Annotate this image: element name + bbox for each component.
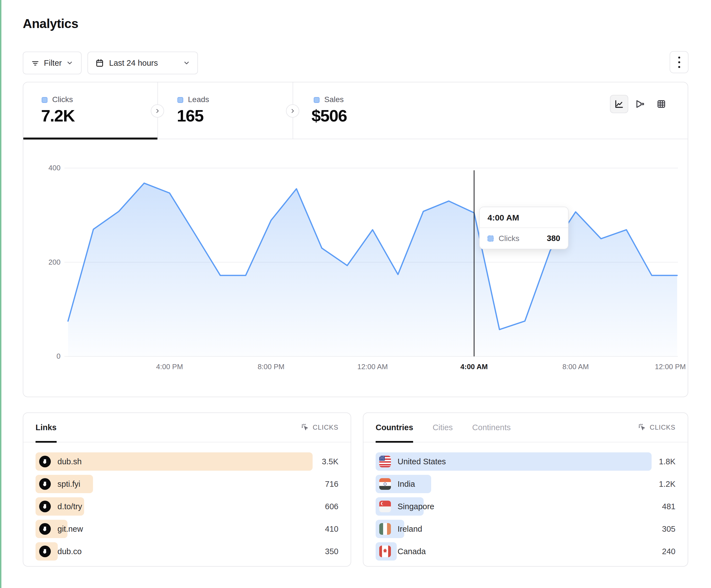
geo-metric-label: CLICKS: [650, 424, 675, 431]
cursor-click-icon: [301, 423, 309, 432]
tooltip-series-label: Clicks: [499, 234, 519, 243]
tab-clicks[interactable]: Clicks 7.2K: [23, 82, 157, 139]
country-row[interactable]: Canada240: [375, 542, 675, 561]
clicks-legend-swatch: [42, 97, 47, 103]
tab-countries[interactable]: Countries: [375, 413, 413, 442]
more-options-button[interactable]: [670, 51, 689, 73]
chart-view-toggles: [610, 95, 670, 113]
us-flag-icon: [379, 456, 391, 467]
leads-legend-swatch: [177, 97, 183, 103]
row-label: d.to/try: [58, 502, 82, 511]
analytics-page: Analytics Filter Last 24 hours Clicks 7.…: [0, 0, 711, 588]
in-flag-icon: [379, 478, 391, 490]
ca-flag-icon: [379, 546, 391, 557]
row-value: 240: [662, 542, 675, 561]
calendar-icon: [95, 59, 104, 67]
links-list: dub.sh3.5Kspti.fyi716d.to/try606git.new4…: [36, 452, 339, 565]
x-tick-label: 8:00 AM: [562, 362, 589, 371]
clicks-label: Clicks: [52, 95, 73, 104]
geo-panel: Countries Cities Continents CLICKS Unite…: [363, 412, 688, 567]
clicks-area-chart[interactable]: [64, 156, 678, 361]
countries-list: United States1.8KIndia1.2KSingapore481Ir…: [375, 452, 675, 565]
chevron-down-icon: [183, 59, 190, 67]
link-row[interactable]: git.new410: [36, 520, 339, 538]
row-value: 410: [325, 520, 339, 538]
row-value: 606: [325, 497, 339, 516]
link-row[interactable]: spti.fyi716: [36, 475, 339, 493]
x-tick-label: 4:00 PM: [156, 362, 183, 371]
sg-flag-icon: [379, 501, 391, 512]
next-metric-button[interactable]: [151, 104, 164, 118]
x-tick-label: 12:00 PM: [655, 362, 686, 371]
tab-leads[interactable]: Leads 165: [158, 82, 293, 139]
filter-icon: [31, 59, 39, 67]
x-tick-label: 12:00 AM: [357, 362, 388, 371]
row-value: 1.8K: [659, 452, 675, 471]
tooltip-time: 4:00 AM: [480, 207, 568, 228]
links-panel: Links CLICKS dub.sh3.5Kspti.fyi716d.to/t…: [23, 412, 351, 567]
link-row[interactable]: dub.co350: [36, 542, 339, 561]
date-range-button[interactable]: Last 24 hours: [87, 51, 198, 74]
tab-sales[interactable]: Sales $506: [293, 82, 437, 139]
sales-value: $506: [311, 106, 347, 126]
tooltip-legend-swatch: [488, 235, 494, 242]
row-value: 305: [662, 520, 675, 538]
kebab-icon: [678, 56, 680, 59]
sales-label: Sales: [324, 95, 344, 104]
chevron-down-icon: [66, 59, 73, 67]
x-tick-label: 4:00 AM: [460, 362, 488, 371]
row-value: 716: [325, 475, 339, 493]
y-tick-label: 200: [38, 258, 61, 267]
dub-logo-icon: [39, 478, 51, 490]
tab-links[interactable]: Links: [36, 413, 57, 442]
row-label: India: [397, 479, 415, 489]
x-tick-label: 8:00 PM: [258, 362, 284, 371]
funnel-view-button[interactable]: [631, 95, 649, 113]
geo-metric-toggle[interactable]: CLICKS: [638, 423, 675, 432]
y-tick-label: 400: [38, 164, 61, 172]
row-label: dub.co: [58, 547, 82, 556]
row-value: 350: [325, 542, 339, 561]
row-label: Singapore: [397, 502, 434, 511]
leads-label: Leads: [188, 95, 209, 104]
line-chart-icon: [614, 99, 624, 109]
country-row[interactable]: United States1.8K: [375, 452, 675, 471]
left-edge-accent: [0, 0, 1, 588]
clicks-value: 7.2K: [41, 106, 75, 126]
chart-tooltip: 4:00 AM Clicks 380: [479, 207, 568, 249]
leads-value: 165: [177, 106, 203, 126]
country-row[interactable]: Singapore481: [375, 497, 675, 516]
row-label: United States: [397, 457, 446, 466]
row-value: 3.5K: [322, 452, 339, 471]
tab-cities[interactable]: Cities: [433, 413, 453, 442]
y-tick-label: 0: [38, 352, 61, 361]
analytics-card: Clicks 7.2K Leads 165 Sales $506: [23, 82, 688, 397]
link-row[interactable]: d.to/try606: [36, 497, 339, 516]
links-metric-toggle[interactable]: CLICKS: [301, 423, 339, 432]
country-row[interactable]: Ireland305: [375, 520, 675, 538]
funnel-icon: [635, 99, 645, 109]
next-metric-button[interactable]: [286, 104, 299, 118]
row-value: 481: [662, 497, 675, 516]
table-grid-icon: [656, 99, 666, 109]
ie-flag-icon: [379, 523, 391, 535]
row-label: git.new: [58, 524, 83, 534]
dub-logo-icon: [39, 501, 51, 512]
link-row[interactable]: dub.sh3.5K: [36, 452, 339, 471]
active-tab-underline: [23, 138, 157, 139]
table-view-button[interactable]: [652, 95, 670, 113]
row-label: Ireland: [397, 524, 422, 534]
country-row[interactable]: India1.2K: [375, 475, 675, 493]
filter-button[interactable]: Filter: [23, 51, 82, 74]
tab-continents[interactable]: Continents: [472, 413, 511, 442]
row-label: Canada: [397, 547, 426, 556]
line-chart-view-button[interactable]: [610, 95, 628, 113]
dub-logo-icon: [39, 546, 51, 557]
row-value: 1.2K: [659, 475, 675, 493]
stats-row: Clicks 7.2K Leads 165 Sales $506: [23, 82, 688, 139]
dub-logo-icon: [39, 456, 51, 467]
sales-legend-swatch: [314, 97, 320, 103]
links-metric-label: CLICKS: [313, 424, 339, 431]
cursor-click-icon: [638, 423, 646, 432]
tooltip-value: 380: [547, 234, 560, 243]
